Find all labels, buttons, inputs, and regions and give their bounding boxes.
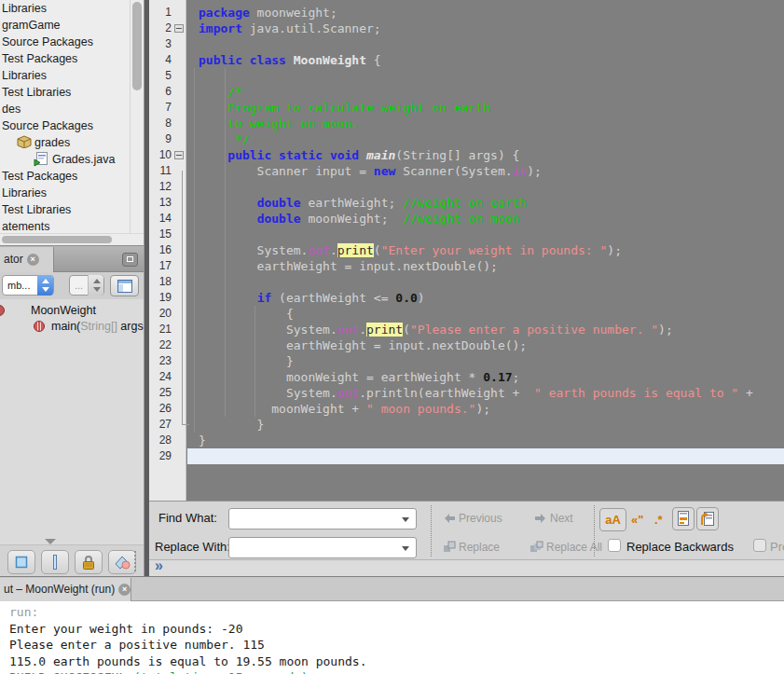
- line-number: 5: [149, 68, 172, 84]
- code-line-11[interactable]: Scanner input = new Scanner(System.in);: [199, 163, 542, 179]
- fold-toggle-icon[interactable]: [174, 24, 184, 33]
- code-line-4[interactable]: public class MoonWeight {: [199, 52, 381, 68]
- editor-gutter[interactable]: 1234567891011121314151617181920212223242…: [149, 0, 186, 501]
- insert-mode-button[interactable]: [41, 550, 69, 574]
- next-label: Next: [550, 512, 573, 525]
- tree-item-label: Grades.java: [52, 151, 115, 168]
- code-line-21[interactable]: System.out.print("Please enter a positiv…: [199, 322, 673, 337]
- filter-select[interactable]: ...: [69, 275, 104, 296]
- scrollbar-thumb[interactable]: [2, 236, 112, 243]
- code-line-8[interactable]: to weight on moon.: [199, 116, 359, 131]
- tree-item-label: Libraries: [2, 0, 47, 17]
- line-number: 29: [149, 448, 172, 464]
- line-number: 26: [149, 401, 172, 417]
- find-replace-bar: Find What: Replace With: Previous Next R…: [149, 501, 784, 559]
- code-line-17[interactable]: earthWeight = input.nextDouble();: [199, 258, 498, 274]
- fold-toggle-icon[interactable]: [174, 151, 184, 159]
- scrollbar-thumb[interactable]: [132, 2, 142, 90]
- code-line-16[interactable]: System.out.print("Enter your weight in p…: [199, 242, 622, 258]
- wrap-around-toggle[interactable]: [696, 507, 719, 530]
- find-input[interactable]: [228, 508, 417, 530]
- navigator-item[interactable]: main(String[] args): [0, 319, 144, 334]
- code-line-9[interactable]: */: [199, 131, 250, 147]
- arrow-left-icon: [443, 513, 456, 524]
- restore-window-button[interactable]: [122, 253, 138, 267]
- tab-output-moonweight-run[interactable]: ut – MoonWeight (run)×: [0, 578, 131, 601]
- code-line-19[interactable]: if (earthWeight <= 0.0): [199, 290, 425, 306]
- projects-horizontal-scrollbar[interactable]: [0, 233, 144, 245]
- expand-chevron-icon[interactable]: »: [155, 557, 163, 574]
- drag-grip[interactable]: [134, 551, 137, 571]
- close-icon[interactable]: ×: [27, 254, 39, 266]
- close-icon[interactable]: ×: [118, 584, 131, 596]
- code-line-26[interactable]: moonWeight + " moon pounds.");: [199, 401, 490, 417]
- line-number: 6: [149, 84, 172, 100]
- next-button[interactable]: Next: [534, 512, 573, 525]
- replace-all-button[interactable]: Replace All: [530, 541, 602, 554]
- navigator-item[interactable]: MoonWeight: [0, 303, 144, 318]
- line-number: 22: [149, 337, 172, 353]
- line-number: 7: [149, 100, 172, 116]
- projects-panel[interactable]: LibrariesgramGameSource PackagesTest Pac…: [0, 0, 144, 233]
- output-line: 115.0 earth pounds is equal to 19.55 moo…: [9, 653, 367, 669]
- selection-mode-button[interactable]: [7, 550, 35, 574]
- navigator-item-label: main(String[] args): [51, 319, 144, 334]
- inherited-members-button[interactable]: [110, 275, 139, 296]
- code-line-24[interactable]: moonWeight = earthWeight * 0.17;: [199, 369, 519, 385]
- eraser-button[interactable]: [108, 550, 136, 574]
- code-line-7[interactable]: Program to calculate weight on earth: [199, 100, 490, 116]
- code-line-20[interactable]: {: [199, 306, 294, 322]
- whole-words-icon[interactable]: «": [631, 513, 643, 527]
- output-console[interactable]: run:Enter your weight in pounds: -20Plea…: [0, 601, 784, 674]
- lock-button[interactable]: [75, 550, 103, 574]
- tree-item-label: Source Packages: [2, 34, 93, 50]
- navigator-panel: ator× mb... ... MoonWeightmain(String[] …: [0, 245, 144, 576]
- lock-icon: [80, 555, 97, 570]
- line-number: 2: [149, 21, 172, 36]
- preserve-case-checkbox[interactable]: [753, 539, 766, 552]
- code-line-1[interactable]: package moonweight;: [199, 5, 337, 21]
- code-line-10[interactable]: public static void main(String[] args) {: [199, 147, 519, 163]
- code-line-14[interactable]: double moonWeight; //weight on moon: [199, 211, 519, 227]
- replace-input[interactable]: [228, 537, 417, 558]
- line-number: 25: [149, 385, 172, 401]
- code-line-28[interactable]: }: [199, 433, 206, 448]
- code-editor[interactable]: 1234567891011121314151617181920212223242…: [149, 0, 784, 501]
- separator: [431, 505, 432, 557]
- preserve-case-label: Pres: [770, 540, 784, 554]
- current-line-highlight: [187, 448, 784, 464]
- replace-backwards-checkbox[interactable]: [608, 539, 621, 552]
- window-layout-icon: [117, 280, 132, 293]
- projects-vertical-scrollbar[interactable]: [130, 0, 144, 233]
- output-panel: ut – MoonWeight (run)× run:Enter your we…: [0, 576, 784, 674]
- code-line-2[interactable]: import java.util.Scanner;: [199, 21, 381, 36]
- line-number: 11: [149, 163, 172, 179]
- highlight-results-toggle[interactable]: [672, 507, 695, 530]
- code-line-13[interactable]: double earthWeight; //weight on earth: [199, 195, 527, 211]
- navigator-tree[interactable]: MoonWeightmain(String[] args): [0, 299, 144, 544]
- fold-guide-corner: [182, 417, 189, 425]
- members-view-select[interactable]: mb...: [2, 275, 54, 296]
- line-number: 19: [149, 290, 172, 306]
- output-line: Please enter a positive number. 115: [9, 637, 265, 653]
- line-number: 28: [149, 433, 172, 448]
- replace-button[interactable]: Replace: [443, 541, 500, 554]
- wrap-around-icon: [700, 511, 715, 527]
- line-number: 10: [149, 147, 172, 163]
- output-line: Enter your weight in pounds: -20: [9, 621, 242, 637]
- members-view-value: mb...: [7, 280, 30, 291]
- code-line-22[interactable]: earthWeight = input.nextDouble();: [199, 337, 527, 353]
- code-line-25[interactable]: System.out.println(earthWeight + " earth…: [199, 385, 753, 401]
- code-line-27[interactable]: }: [199, 417, 264, 433]
- previous-button[interactable]: Previous: [443, 512, 502, 525]
- line-number: 13: [149, 195, 172, 211]
- tab-navigator[interactable]: ator×: [0, 247, 54, 272]
- code-line-23[interactable]: }: [199, 353, 294, 369]
- tree-item-label: grades: [34, 134, 70, 151]
- splitter-handle-icon[interactable]: [45, 539, 56, 544]
- regex-icon[interactable]: .*: [654, 513, 663, 527]
- package-icon: [17, 135, 32, 150]
- match-case-toggle[interactable]: aA: [599, 508, 626, 531]
- method-icon: [33, 320, 46, 337]
- code-line-6[interactable]: /*: [199, 84, 242, 100]
